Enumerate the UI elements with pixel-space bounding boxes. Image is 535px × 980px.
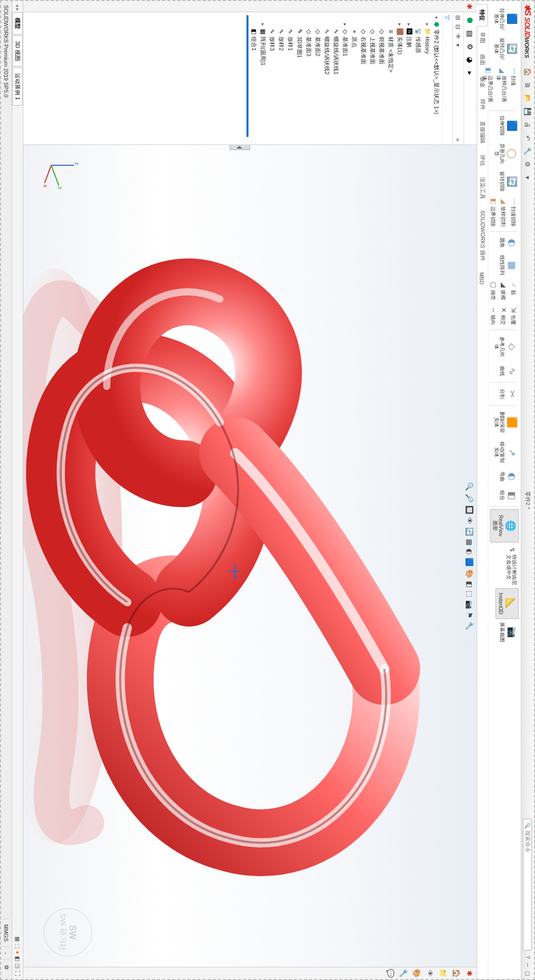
status-units[interactable]: MMGS — [4, 919, 10, 947]
ribbon-包覆[interactable]: ⇲包覆 — [509, 303, 519, 328]
minimize-icon[interactable]: ─ — [524, 963, 531, 967]
ribbon-屏幕截图[interactable]: 📷屏幕截图 — [498, 620, 519, 645]
ribbon-放样凸台/基体[interactable]: ◢放样凸台/基体 — [495, 64, 509, 108]
tree-item-放样3[interactable]: ∿放样3 — [268, 12, 277, 144]
ribbon-拉伸凸台/基体[interactable]: 🟦拉伸凸台/基体 — [493, 4, 519, 33]
tree-item-注解[interactable]: ▸🅰注解 — [405, 12, 414, 144]
bottom-tab-模型[interactable]: 模型 — [12, 12, 23, 34]
panel-tab-property-icon[interactable]: ▤ — [466, 28, 476, 39]
ribbon-线性阵列[interactable]: ▦线性阵列 — [498, 252, 519, 278]
taskpane-resources-icon[interactable]: 🏠 — [452, 969, 460, 977]
ribbon-tab-特征[interactable]: 特征 — [477, 4, 488, 26]
ribbon-移动/复制实体[interactable]: ↗移动/复制实体 — [493, 438, 519, 467]
qat-print-icon[interactable]: 🖨 — [524, 121, 532, 129]
qat-save-icon[interactable]: 💾 — [524, 107, 532, 116]
tree-item-材质 <未指定>[interactable]: ≡材质 <未指定> — [386, 12, 396, 144]
view-normal-icon[interactable]: ▦ — [14, 936, 21, 941]
tree-item-前视基准面[interactable]: ◇前视基准面 — [377, 12, 386, 144]
panel-action-eye-icon[interactable]: 👁 — [455, 33, 462, 40]
ribbon-抽壳[interactable]: ▢抽壳 — [488, 278, 498, 303]
ribbon-弯曲[interactable]: ◐弯曲 — [498, 467, 519, 486]
tree-filter-row[interactable]: ▽ — [442, 12, 452, 144]
taskpane-home-icon[interactable]: ✱ — [466, 970, 474, 976]
tree-root[interactable]: ▾⬢零件2 (默认<<默认>_显示状态 1>) — [432, 12, 441, 144]
qat-undo-icon[interactable]: ↶ — [524, 134, 532, 142]
bottom-tab-运动算例 1[interactable]: 运动算例 1 — [12, 67, 23, 105]
panel-action-dropdown-icon[interactable]: ▾ — [455, 44, 462, 47]
bottom-tab-next-icon[interactable]: ▸ — [14, 8, 21, 11]
ribbon-快设计树由尼文改成中文[interactable]: ↯快设计树由尼文改成中文 — [505, 543, 519, 588]
tree-item-基准面3[interactable]: ◇基准面3 — [304, 12, 313, 144]
taskpane-library-icon[interactable]: 📁 — [439, 969, 447, 977]
ribbon-旋转凸台/基体[interactable]: 🔄旋转凸台/基体 — [493, 34, 519, 63]
ribbon-镜向[interactable]: ↔镜向 — [488, 303, 498, 328]
tree-item-3D草图1[interactable]: ✎3D草图1 — [295, 12, 304, 144]
tree-item-放样1[interactable]: ∿放样1 — [286, 12, 295, 144]
status-gear-icon[interactable]: ⚙ — [3, 959, 10, 975]
tree-item-放样2[interactable]: ∿放样2 — [277, 12, 286, 144]
tree-item-阵列(圆周)1[interactable]: ▸▦阵列(圆周)1 — [259, 12, 268, 144]
ribbon-筋[interactable]: ⟋筋 — [509, 278, 519, 303]
ribbon-异形孔向导[interactable]: ◯异形孔向导 — [493, 139, 519, 168]
panel-tab-config-icon[interactable]: ⚙ — [466, 42, 476, 52]
taskpane-appearances-icon[interactable]: 🎨 — [413, 969, 421, 977]
ribbon-拉伸切除[interactable]: 🟦拉伸切除 — [498, 113, 519, 138]
tree-item-上视基准面[interactable]: ◇上视基准面 — [368, 12, 377, 144]
view-wire-icon[interactable]: ⬚ — [14, 943, 21, 949]
tree-item-History[interactable]: ▸📁History — [423, 12, 432, 144]
ribbon-曲线[interactable]: ∿曲线 — [498, 362, 519, 380]
ribbon-圆角[interactable]: ◐圆角 — [498, 234, 519, 252]
ribbon-参考几何体[interactable]: ◇参考几何体 — [493, 332, 519, 361]
ribbon-分割[interactable]: ✂分割 — [498, 385, 519, 403]
taskpane-forum-icon[interactable]: 💬 — [386, 969, 395, 977]
panel-tab-feature-tree-icon[interactable]: ⬢ — [466, 15, 476, 25]
qat-dropdown-icon[interactable]: ▾ — [524, 173, 532, 182]
ribbon-组合[interactable]: ◧组合 — [498, 486, 519, 504]
ribbon-放样切割[interactable]: ◢放样切割 — [498, 195, 509, 229]
panel-tab-more-icon[interactable]: ▸ — [466, 68, 476, 78]
tree-rollback-bar[interactable] — [246, 15, 248, 137]
bottom-tab-prev-icon[interactable]: ◂ — [14, 4, 21, 7]
view-iso-icon[interactable]: ◳ — [14, 963, 21, 968]
ribbon-tab-MBD[interactable]: MBD — [477, 267, 487, 290]
ribbon-tab-SOLIDWORKS 插件[interactable]: SOLIDWORKS 插件 — [477, 205, 488, 267]
ribbon-tab-钣金[interactable]: 钣金 — [477, 71, 488, 93]
ribbon-RealView 图形[interactable]: 🌐RealView 图形 — [490, 509, 519, 542]
panel-action-expand-icon[interactable]: ⊞ — [455, 15, 462, 20]
ribbon-tab-焊件[interactable]: 焊件 — [477, 93, 488, 116]
bottom-tab-3D 视图[interactable]: 3D 视图 — [12, 35, 23, 66]
tree-item-基准面2[interactable]: ◇基准面2 — [313, 12, 323, 144]
taskpane-custom-icon[interactable]: 🔧 — [400, 969, 408, 977]
help-icon[interactable]: ? — [524, 956, 531, 959]
panel-action-collapse-icon[interactable]: ⊟ — [455, 24, 462, 29]
view-shaded-icon[interactable]: ● — [14, 951, 21, 954]
search-command-box[interactable]: 搜索命令 — [523, 819, 532, 951]
ribbon-拔模[interactable]: ◢拔模 — [498, 278, 509, 303]
ribbon-删除/保留实体[interactable]: 🟧删除/保留实体 — [493, 408, 519, 437]
sidestrip-logo-icon[interactable]: ✱ — [466, 4, 474, 10]
ribbon-扫描[interactable]: 〰扫描 — [509, 64, 519, 108]
ribbon-旋转切除[interactable]: 🔄旋转切除 — [498, 169, 519, 194]
tree-item-基准面1[interactable]: ▸◇基准面1 — [341, 12, 350, 144]
ribbon-tab-曲面[interactable]: 曲面 — [477, 49, 488, 71]
ribbon-tab-评估[interactable]: 评估 — [477, 149, 488, 171]
view-section-icon[interactable]: ◧ — [14, 956, 21, 961]
tree-item-原点[interactable]: ⌖原点 — [350, 12, 359, 144]
tree-item-螺旋线/涡状线2[interactable]: ∿螺旋线/涡状线2 — [323, 12, 332, 144]
ribbon-边界切除[interactable]: ◧边界切除 — [488, 195, 498, 229]
tree-item-螺旋线/涡状线1[interactable]: ∿螺旋线/涡状线1 — [332, 12, 341, 144]
panel-tab-display-icon[interactable]: ◕ — [466, 55, 476, 65]
ribbon-Instant3D[interactable]: 📐Instant3D — [495, 588, 519, 619]
taskpane-view-icon[interactable]: 👁 — [426, 970, 434, 977]
ribbon-tab-渲染工具[interactable]: 渲染工具 — [477, 171, 488, 205]
ribbon-扫描切除[interactable]: 〰扫描切除 — [509, 195, 519, 229]
qat-home-icon[interactable]: 🏠 — [524, 68, 532, 76]
qat-new-icon[interactable]: 🗎 — [524, 81, 532, 89]
qat-rebuild-icon[interactable]: 🔧 — [524, 147, 532, 155]
ribbon-tab-草图[interactable]: 草图 — [477, 26, 488, 49]
qat-options-icon[interactable]: ⚙ — [524, 160, 532, 168]
graphics-viewport[interactable]: 🔍🔎🔲👁🔄▦◐🟦🎨◧⬚📷⚑🔧 — [23, 145, 477, 967]
qat-open-icon[interactable]: 📂 — [524, 94, 532, 102]
panel-chevron-icon[interactable]: » — [455, 138, 462, 141]
tree-item-实体(1)[interactable]: ▸🟫实体(1) — [396, 12, 405, 144]
